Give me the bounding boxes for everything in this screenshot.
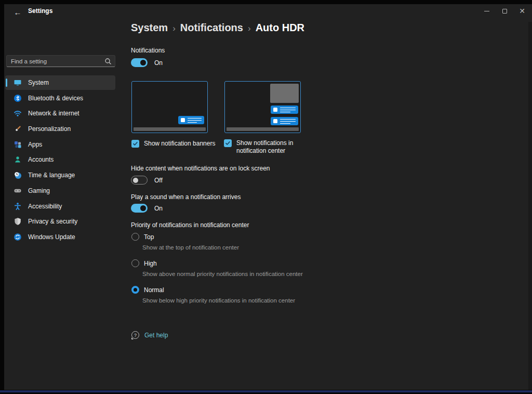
search-box bbox=[6, 55, 115, 67]
maximize-icon bbox=[502, 9, 507, 14]
search-icon bbox=[104, 58, 112, 65]
notification-center-preview-card bbox=[224, 81, 301, 133]
shield-icon bbox=[14, 217, 22, 226]
sidebar-item-label: Bluetooth & devices bbox=[28, 95, 83, 102]
checkmark-icon bbox=[225, 140, 231, 146]
notifications-label: Notifications bbox=[131, 47, 165, 54]
chevron-right-icon: › bbox=[248, 23, 251, 34]
titlebar: ← Settings ✕ bbox=[4, 4, 532, 20]
get-help-link[interactable]: Get help bbox=[144, 332, 168, 339]
sidebar-item-label: Accessibility bbox=[28, 203, 62, 210]
sidebar-item-label: Privacy & security bbox=[28, 218, 77, 225]
sidebar-item-label: Apps bbox=[28, 141, 42, 148]
sound-toggle[interactable] bbox=[131, 204, 148, 213]
clock-globe-icon bbox=[14, 171, 22, 179]
checkmark-icon bbox=[132, 141, 138, 147]
priority-high-description: Show above normal priority notifications… bbox=[142, 271, 303, 277]
sidebar-item-label: Network & internet bbox=[28, 110, 79, 117]
maximize-button[interactable] bbox=[496, 4, 513, 18]
sidebar-item-privacy-security[interactable]: Privacy & security bbox=[5, 214, 115, 229]
sidebar-item-label: Time & language bbox=[28, 172, 75, 179]
sidebar-item-label: Gaming bbox=[28, 187, 50, 194]
content-right-edge bbox=[528, 22, 532, 390]
breadcrumb: System › Notifications › Auto HDR bbox=[131, 22, 304, 34]
help-icon: ? bbox=[131, 331, 139, 339]
priority-top-description: Show at the top of notification center bbox=[142, 244, 239, 251]
page-title: Auto HDR bbox=[256, 22, 304, 34]
back-arrow-icon: ← bbox=[14, 8, 22, 17]
priority-label: Priority of notifications in notificatio… bbox=[131, 221, 249, 229]
settings-window: ← Settings ✕ System Bl bbox=[4, 4, 532, 390]
sound-toggle-state: On bbox=[154, 205, 163, 212]
sidebar-nav: System Bluetooth & devices Network & int… bbox=[5, 75, 117, 245]
priority-normal-label: Normal bbox=[144, 286, 164, 294]
selected-accent-bar bbox=[6, 78, 7, 87]
priority-normal-radio[interactable] bbox=[131, 286, 139, 294]
priority-normal-description: Show below high priority notifications i… bbox=[142, 297, 295, 304]
show-in-center-checkbox[interactable] bbox=[224, 139, 232, 147]
chevron-right-icon: › bbox=[172, 23, 176, 34]
notifications-toggle-state: On bbox=[154, 59, 163, 67]
mini-toast bbox=[178, 116, 204, 124]
accessibility-icon bbox=[14, 202, 22, 211]
priority-top-label: Top bbox=[144, 233, 154, 241]
monitor-icon bbox=[14, 78, 22, 87]
sound-label: Play a sound when a notification arrives bbox=[131, 193, 241, 201]
mini-toast bbox=[271, 117, 298, 125]
sidebar-item-accessibility[interactable]: Accessibility bbox=[5, 199, 115, 214]
priority-high-radio[interactable] bbox=[131, 259, 139, 267]
sidebar-item-personalization[interactable]: Personalization bbox=[5, 122, 115, 136]
sidebar-item-gaming[interactable]: Gaming bbox=[5, 183, 115, 198]
mini-taskbar bbox=[227, 127, 299, 131]
person-icon bbox=[14, 155, 22, 164]
mini-taskbar bbox=[134, 127, 206, 131]
sidebar-item-network-internet[interactable]: Network & internet bbox=[5, 106, 115, 121]
search-input[interactable] bbox=[11, 56, 98, 67]
gamepad-icon bbox=[14, 187, 22, 195]
priority-high-label: High bbox=[144, 260, 157, 267]
back-button[interactable]: ← bbox=[10, 6, 25, 18]
sidebar-item-apps[interactable]: Apps bbox=[5, 137, 115, 152]
breadcrumb-system[interactable]: System bbox=[131, 22, 168, 34]
priority-top-radio[interactable] bbox=[131, 233, 139, 241]
minimize-button[interactable] bbox=[478, 4, 496, 18]
close-icon: ✕ bbox=[519, 7, 525, 15]
minimize-icon bbox=[484, 11, 489, 11]
breadcrumb-notifications[interactable]: Notifications bbox=[180, 22, 243, 34]
sidebar-item-bluetooth-devices[interactable]: Bluetooth & devices bbox=[5, 91, 115, 106]
show-banners-label: Show notification banners bbox=[144, 140, 215, 148]
bottom-edge-line bbox=[0, 390, 532, 392]
sidebar-item-label: Personalization bbox=[28, 125, 71, 133]
mini-notification-center bbox=[270, 84, 299, 103]
wifi-icon bbox=[14, 109, 22, 117]
banner-preview-card bbox=[131, 81, 208, 133]
mini-toast bbox=[271, 106, 298, 114]
sidebar-item-label: System bbox=[28, 79, 49, 86]
lock-screen-toggle-state: Off bbox=[154, 177, 163, 184]
update-arrows-icon bbox=[14, 233, 22, 241]
sidebar-item-accounts[interactable]: Accounts bbox=[5, 152, 115, 167]
sidebar-item-label: Accounts bbox=[28, 156, 54, 163]
sidebar-item-time-language[interactable]: Time & language bbox=[5, 168, 115, 182]
apps-grid-icon bbox=[14, 140, 22, 149]
window-title: Settings bbox=[28, 7, 52, 15]
sidebar-item-windows-update[interactable]: Windows Update bbox=[5, 230, 115, 244]
lock-screen-label: Hide content when notifications are on l… bbox=[131, 165, 270, 172]
sidebar-item-system[interactable]: System bbox=[5, 75, 115, 90]
bluetooth-icon bbox=[14, 94, 22, 102]
show-banners-checkbox[interactable] bbox=[131, 140, 139, 148]
paintbrush-icon bbox=[14, 125, 22, 133]
show-in-center-label: Show notifications in notification cente… bbox=[236, 139, 295, 155]
close-button[interactable]: ✕ bbox=[513, 4, 531, 18]
notifications-toggle[interactable] bbox=[131, 58, 148, 67]
sidebar-item-label: Windows Update bbox=[28, 233, 75, 241]
lock-screen-toggle[interactable] bbox=[131, 176, 148, 185]
